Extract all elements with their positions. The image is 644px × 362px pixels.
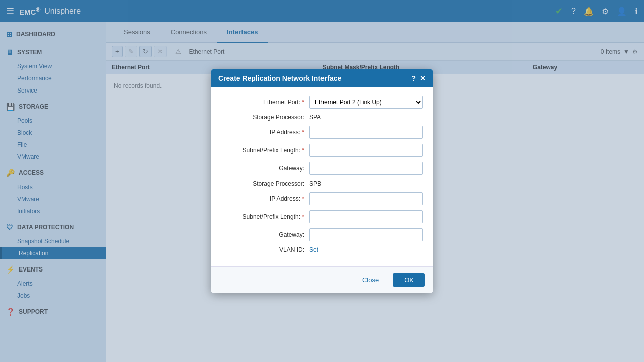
dialog-header: Create Replication Network Interface ? ✕	[211, 69, 433, 87]
modal-overlay: Create Replication Network Interface ? ✕…	[0, 0, 644, 362]
spb-ip-required: *	[302, 195, 304, 202]
spb-gateway-label: Gateway:	[221, 231, 309, 238]
spa-gateway-row: Gateway:	[221, 162, 423, 175]
spa-ip-address-input[interactable]	[309, 126, 423, 139]
ethernet-port-select[interactable]: Ethernet Port 2 (Link Up)	[309, 96, 423, 109]
spb-storage-processor-value: SPB	[309, 180, 321, 187]
dialog-help-icon[interactable]: ?	[411, 74, 416, 82]
spb-ip-address-label: IP Address: *	[221, 195, 309, 202]
spb-subnet-label: Subnet/Prefix Length: *	[221, 213, 309, 220]
spb-gateway-input[interactable]	[309, 228, 423, 241]
spa-storage-processor-row: Storage Processor: SPA	[221, 114, 423, 121]
dialog-header-icons: ? ✕	[411, 74, 426, 82]
spa-gateway-input[interactable]	[309, 162, 423, 175]
dialog-footer: Close OK	[211, 266, 433, 293]
spa-storage-processor-label: Storage Processor:	[221, 114, 309, 121]
spa-ip-required: *	[302, 129, 304, 136]
spa-subnet-input[interactable]	[309, 144, 423, 157]
spa-ip-address-row: IP Address: *	[221, 126, 423, 139]
spb-subnet-row: Subnet/Prefix Length: *	[221, 210, 423, 223]
dialog-close-x-icon[interactable]: ✕	[420, 74, 426, 82]
vlan-id-row: VLAN ID: Set	[221, 246, 423, 253]
ethernet-required-indicator: *	[302, 99, 304, 106]
spa-subnet-label: Subnet/Prefix Length: *	[221, 147, 309, 154]
vlan-id-label: VLAN ID:	[221, 246, 309, 253]
spa-ip-address-label: IP Address: *	[221, 129, 309, 136]
spb-subnet-input[interactable]	[309, 210, 423, 223]
spb-subnet-required: *	[302, 213, 304, 220]
ethernet-port-row: Ethernet Port: * Ethernet Port 2 (Link U…	[221, 96, 423, 109]
dialog-title: Create Replication Network Interface	[218, 74, 341, 82]
dialog-body: Ethernet Port: * Ethernet Port 2 (Link U…	[211, 87, 433, 266]
vlan-set-link[interactable]: Set	[309, 246, 318, 253]
ethernet-port-label: Ethernet Port: *	[221, 99, 309, 106]
spb-storage-processor-row: Storage Processor: SPB	[221, 180, 423, 187]
spb-ip-address-input[interactable]	[309, 192, 423, 205]
spb-storage-processor-label: Storage Processor:	[221, 180, 309, 187]
spb-gateway-row: Gateway:	[221, 228, 423, 241]
spa-subnet-row: Subnet/Prefix Length: *	[221, 144, 423, 157]
spa-storage-processor-value: SPA	[309, 114, 321, 121]
spa-subnet-required: *	[302, 147, 304, 154]
spa-gateway-label: Gateway:	[221, 165, 309, 172]
close-button[interactable]: Close	[353, 273, 388, 287]
spb-ip-address-row: IP Address: *	[221, 192, 423, 205]
create-replication-dialog: Create Replication Network Interface ? ✕…	[211, 69, 433, 293]
ok-button[interactable]: OK	[393, 273, 425, 287]
